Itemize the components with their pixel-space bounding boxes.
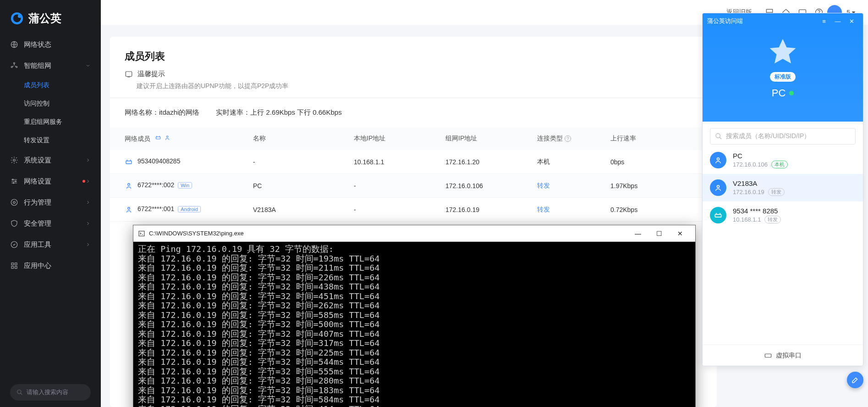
table-row[interactable]: 6722****:001AndroidV2183A-172.16.0.19转发0…	[110, 198, 717, 222]
nav-label: 应用工具	[24, 240, 85, 249]
item-title: PC	[733, 152, 856, 160]
nodes-icon	[10, 61, 18, 70]
sidebar-item-restart[interactable]: 重启组网服务	[0, 113, 101, 131]
nav-center[interactable]: 应用中心	[0, 255, 101, 276]
svg-rect-32	[715, 214, 721, 217]
nav-security[interactable]: 安全管理	[0, 213, 101, 234]
member-name: PC	[253, 182, 354, 190]
svg-rect-14	[11, 263, 14, 265]
minimize-button[interactable]: —	[627, 230, 648, 237]
sidebar-item-access[interactable]: 访问控制	[0, 95, 101, 113]
conn-pill: 转发	[768, 188, 785, 196]
svg-rect-17	[15, 267, 17, 269]
list-item[interactable]: V2183A172.16.0.19转发	[703, 174, 863, 201]
member-list: PC172.16.0.106本机V2183A172.16.0.19转发9534 …	[703, 146, 863, 345]
help-icon[interactable]: ?	[565, 135, 571, 142]
nav-label: 应用中心	[24, 262, 91, 270]
svg-point-24	[166, 135, 168, 137]
svg-point-27	[128, 207, 130, 209]
shield-icon	[10, 219, 18, 228]
svg-rect-25	[126, 161, 132, 163]
online-dot	[789, 91, 794, 95]
bulletin-icon	[125, 70, 133, 78]
nav-network-status[interactable]: 网络状态	[0, 34, 101, 55]
nav-network[interactable]: 网络设置	[0, 171, 101, 192]
cmd-output[interactable]: 正在 Ping 172.16.0.19 具有 32 字节的数据: 来自 172.…	[133, 242, 695, 407]
svg-rect-22	[126, 72, 132, 77]
local-name: PC	[772, 87, 794, 99]
svg-rect-15	[15, 263, 17, 265]
float-action-button[interactable]	[847, 372, 863, 388]
close-button[interactable]: ✕	[845, 18, 858, 25]
nav-smart-group[interactable]: 智能组网	[0, 55, 101, 76]
minimize-button[interactable]: —	[831, 18, 845, 25]
router-icon	[125, 158, 133, 166]
rate-value: 上行 2.69Kbps 下行 0.66Kbps	[250, 108, 341, 116]
nav-system[interactable]: 系统设置	[0, 150, 101, 171]
sliders-icon	[10, 177, 18, 185]
user-icon	[125, 182, 133, 190]
edition-badge: 标准版	[770, 72, 796, 82]
svg-point-30	[717, 158, 720, 160]
nav-tools[interactable]: 应用工具	[0, 234, 101, 255]
search-placeholder: 请输入搜索内容	[27, 388, 68, 396]
brand-name: 蒲公英	[28, 11, 61, 26]
member-id: 6722****:001	[137, 205, 174, 212]
table-row[interactable]: 953409408285-10.168.1.1172.16.1.20本机0bps	[110, 150, 717, 174]
panel-titlebar[interactable]: 蒲公英访问端 ≡ — ✕	[703, 13, 863, 29]
nav-label: 网络设置	[24, 177, 81, 186]
up-rate: 0bps	[610, 158, 675, 166]
conn-pill: 转发	[764, 216, 781, 223]
table-row[interactable]: 6722****:002WinPC-172.16.0.106转发1.97Kbps	[110, 174, 717, 198]
chevron-right-icon	[85, 221, 91, 226]
conn-type[interactable]: 转发	[537, 182, 610, 190]
th-group: 组网IP地址	[445, 134, 537, 143]
svg-point-29	[716, 134, 720, 138]
close-button[interactable]: ✕	[670, 230, 691, 237]
member-name: -	[253, 158, 354, 166]
terminal-icon	[138, 230, 145, 237]
cmd-window[interactable]: C:\WINDOWS\SYSTEM32\ping.exe — ☐ ✕ 正在 Pi…	[133, 225, 696, 407]
sidebar-item-members[interactable]: 成员列表	[0, 76, 101, 95]
list-item[interactable]: 9534 **** 828510.168.1.1转发	[703, 201, 863, 229]
nav-label: 安全管理	[24, 219, 85, 228]
member-id: 953409408285	[137, 157, 180, 165]
nav-behavior[interactable]: 行为管理	[0, 192, 101, 213]
search-icon	[16, 389, 23, 396]
svg-rect-16	[11, 267, 14, 269]
sidebar-search[interactable]: 请输入搜索内容	[10, 384, 91, 401]
member-id: 6722****:002	[137, 181, 174, 189]
gear-icon	[10, 156, 18, 164]
virtual-serial-button[interactable]: 虚拟串口	[703, 345, 863, 366]
nav-label: 行为管理	[24, 198, 85, 207]
sidebar-item-forward[interactable]: 转发设置	[0, 131, 101, 150]
sub-label: 成员列表	[24, 81, 49, 89]
serial-icon	[764, 351, 772, 360]
net-label: 网络名称：	[125, 108, 159, 116]
user-filter-icon[interactable]	[164, 134, 170, 141]
search-icon	[715, 133, 722, 140]
panel-header: 蒲公英访问端 ≡ — ✕ 标准版 PC	[703, 13, 863, 122]
user-icon	[125, 206, 133, 214]
members-table: 网络成员 名称 本地IP地址 组网IP地址 连接类型? 上行速率 9534094…	[110, 127, 717, 222]
router-filter-icon[interactable]	[155, 134, 161, 141]
panel-search[interactable]: 搜索成员（名称/UID/SID/IP）	[710, 128, 856, 145]
conn-type[interactable]: 转发	[537, 206, 610, 214]
conn-pill: 本机	[771, 161, 788, 168]
chevron-down-icon	[85, 63, 91, 68]
menu-button[interactable]: ≡	[817, 18, 831, 25]
hint-title: 温馨提示	[137, 70, 165, 78]
chevron-right-icon	[85, 242, 91, 247]
svg-point-31	[717, 185, 720, 188]
page-title: 成员列表	[110, 50, 717, 70]
list-item[interactable]: PC172.16.0.106本机	[703, 146, 863, 174]
svg-point-7	[13, 159, 16, 162]
chevron-right-icon	[85, 178, 91, 184]
cmd-titlebar[interactable]: C:\WINDOWS\SYSTEM32\ping.exe — ☐ ✕	[133, 225, 695, 242]
info-row: 网络名称：itdazhi的网络 实时速率：上行 2.69Kbps 下行 0.66…	[110, 98, 717, 127]
nav: 网络状态 智能组网 成员列表 访问控制 重启组网服务 转发设置 系统设置 网络设…	[0, 34, 101, 378]
svg-point-4	[14, 62, 15, 64]
maximize-button[interactable]: ☐	[648, 230, 670, 237]
eye-icon	[10, 198, 18, 206]
brand-logo[interactable]: 蒲公英	[0, 0, 101, 34]
